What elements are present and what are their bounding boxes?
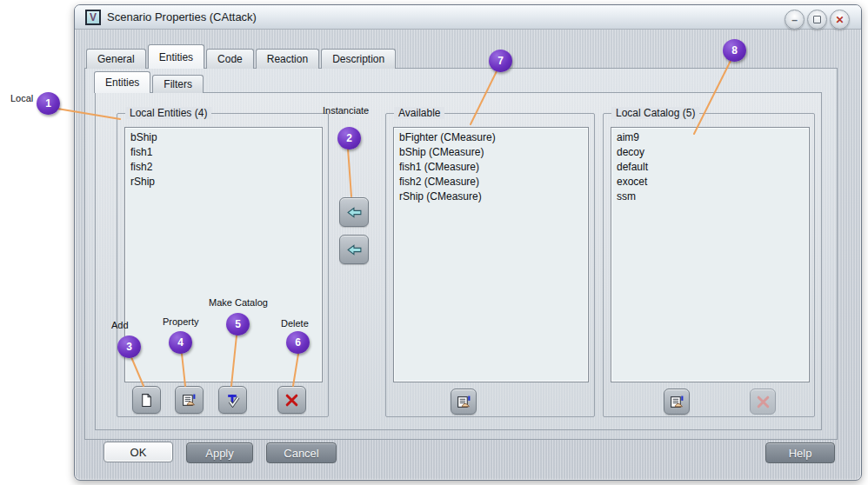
callout-label-instanciate: Instanciate: [323, 105, 369, 116]
callout-badge-7: 7: [489, 50, 512, 72]
local-entities-group: Local Entities (4) bShip fish1 fish2 rSh…: [117, 113, 329, 417]
minimize-button[interactable]: –: [785, 10, 805, 30]
ok-button[interactable]: OK: [103, 442, 173, 462]
subtab-filters[interactable]: Filters: [152, 75, 204, 93]
instanciate-button-2[interactable]: [339, 235, 369, 264]
property-button[interactable]: [175, 386, 204, 414]
instanciate-button[interactable]: [339, 197, 369, 227]
tab-general[interactable]: General: [86, 49, 146, 69]
entities-sub-panel: Local Entities (4) bShip fish1 fish2 rSh…: [95, 92, 822, 430]
local-entities-group-title: Local Entities (4): [125, 107, 211, 119]
callout-badge-1: 1: [37, 92, 60, 115]
add-button[interactable]: [132, 386, 161, 414]
callout-badge-5: 5: [226, 313, 250, 336]
local-catalog-group-title: Local Catalog (5): [611, 107, 699, 119]
list-item[interactable]: default: [611, 160, 809, 175]
available-group-title: Available: [394, 107, 444, 119]
property-sheet-icon: [182, 393, 197, 408]
local-catalog-group: Local Catalog (5) aim9 decoy default exo…: [603, 113, 815, 417]
new-document-icon: [139, 393, 154, 408]
delete-x-icon: [284, 393, 299, 408]
catalog-delete-button-disabled: [750, 389, 776, 415]
list-item[interactable]: ssm: [611, 189, 809, 204]
list-item[interactable]: fish1: [125, 145, 322, 160]
left-arrow-icon: [346, 205, 363, 220]
title-bar[interactable]: V Scenario Properties (CAttack) – ✕: [75, 5, 861, 30]
list-item[interactable]: bShip (CMeasure): [394, 145, 588, 160]
left-arrow-icon: [346, 242, 363, 257]
callout-label-make-catalog: Make Catalog: [209, 297, 268, 308]
entities-tab-panel: Entities Filters Local Entities (4) bShi…: [84, 68, 838, 440]
minimize-icon: –: [791, 14, 798, 26]
list-item[interactable]: exocet: [611, 175, 809, 189]
list-item[interactable]: fish1 (CMeasure): [394, 160, 588, 175]
close-icon: ✕: [835, 14, 844, 26]
available-list[interactable]: bFighter (CMeasure) bShip (CMeasure) fis…: [393, 127, 589, 382]
sub-tab-bar: Entities Filters: [94, 71, 205, 93]
app-icon: V: [85, 10, 101, 25]
screenshot-canvas: V Scenario Properties (CAttack) – ✕ Gene…: [0, 0, 868, 485]
maximize-icon: [813, 16, 821, 23]
subtab-entities[interactable]: Entities: [94, 71, 150, 93]
delete-button[interactable]: [277, 386, 306, 414]
main-tab-bar: General Entities Code Reaction Descripti…: [86, 44, 397, 69]
delete-x-icon-disabled: [756, 395, 771, 409]
callout-label-local: Local: [10, 93, 33, 103]
tab-entities[interactable]: Entities: [148, 44, 204, 69]
available-property-button[interactable]: [451, 389, 477, 415]
list-item[interactable]: bFighter (CMeasure): [394, 130, 588, 145]
window-title: Scenario Properties (CAttack): [107, 10, 257, 23]
list-item[interactable]: aim9: [611, 130, 809, 145]
cancel-button[interactable]: Cancel: [266, 442, 337, 463]
catalog-property-button[interactable]: [664, 389, 690, 415]
catalog-check-icon: [225, 393, 240, 408]
maximize-button[interactable]: [807, 10, 827, 30]
tab-code[interactable]: Code: [206, 49, 254, 69]
property-sheet-icon: [670, 395, 684, 409]
tab-description[interactable]: Description: [321, 49, 396, 69]
local-catalog-list[interactable]: aim9 decoy default exocet ssm: [611, 127, 810, 382]
callout-label-add: Add: [111, 320, 129, 330]
dialog-window: V Scenario Properties (CAttack) – ✕ Gene…: [74, 4, 862, 481]
list-item[interactable]: rShip (CMeasure): [394, 189, 588, 204]
callout-label-property: Property: [163, 316, 199, 327]
tab-reaction[interactable]: Reaction: [256, 49, 319, 69]
list-item[interactable]: fish2: [125, 160, 322, 175]
callout-badge-3: 3: [117, 336, 141, 358]
help-button[interactable]: Help: [765, 442, 835, 463]
list-item[interactable]: rShip: [125, 175, 322, 189]
callout-badge-4: 4: [169, 331, 192, 354]
callout-badge-6: 6: [286, 331, 310, 354]
list-item[interactable]: decoy: [611, 145, 809, 160]
callout-badge-8: 8: [723, 39, 746, 62]
window-controls: – ✕: [785, 10, 850, 30]
list-item[interactable]: bShip: [125, 130, 322, 145]
apply-button[interactable]: Apply: [186, 442, 253, 463]
close-button[interactable]: ✕: [830, 10, 850, 30]
list-item[interactable]: fish2 (CMeasure): [394, 175, 588, 189]
available-group: Available bFighter (CMeasure) bShip (CMe…: [385, 113, 595, 417]
callout-badge-2: 2: [337, 127, 361, 149]
property-sheet-icon: [457, 395, 471, 409]
make-catalog-button[interactable]: [218, 386, 247, 414]
callout-label-delete: Delete: [281, 318, 309, 329]
